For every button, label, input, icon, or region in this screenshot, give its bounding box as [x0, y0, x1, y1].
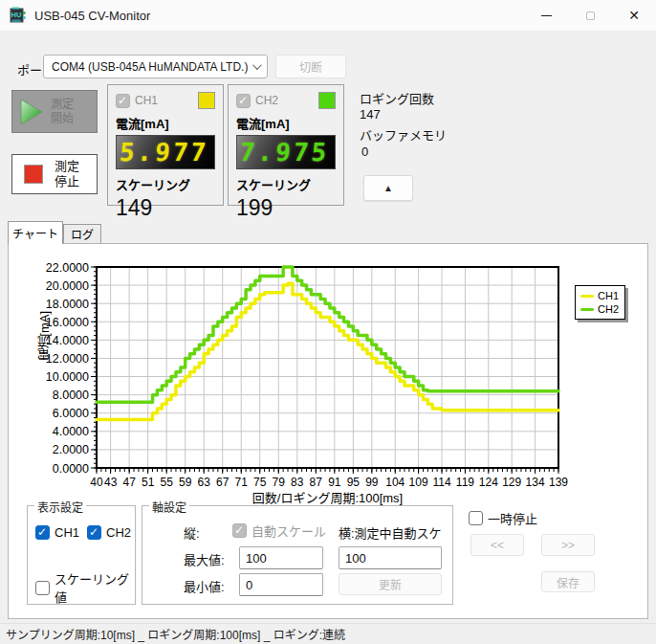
line-chart: 0.00002.00004.00006.00008.000010.000012.… — [30, 252, 580, 508]
close-icon: ✕ — [628, 9, 640, 22]
ch2-value: 7.975 — [238, 136, 330, 168]
display-ch2-checkbox[interactable]: CH2 — [87, 525, 131, 540]
x-range-input[interactable] — [339, 546, 442, 569]
svg-text:109: 109 — [409, 476, 428, 489]
svg-text:51: 51 — [142, 476, 155, 489]
svg-text:20.0000: 20.0000 — [46, 279, 89, 293]
svg-text:55: 55 — [161, 476, 174, 489]
ch2-seven-segment-display: 7.975 — [236, 135, 336, 169]
ch1-scaling-label: スケーリング — [116, 175, 215, 193]
svg-text:124: 124 — [479, 476, 498, 489]
ch1-name: CH1 — [135, 94, 198, 107]
svg-text:2.0000: 2.0000 — [53, 443, 89, 456]
svg-text:139: 139 — [549, 476, 568, 489]
display-ch1-checkbox[interactable]: CH1 — [35, 525, 79, 540]
pause-checkbox[interactable]: 一時停止 — [469, 509, 537, 527]
ch2-scaling-label: スケーリング — [236, 175, 336, 193]
svg-text:67: 67 — [216, 476, 230, 489]
stop-label-line1: 測定 — [55, 159, 79, 173]
minimize-icon — [541, 15, 552, 16]
ch1-check-icon — [35, 525, 50, 540]
legend-label: CH2 — [598, 303, 619, 315]
chart-legend: CH1CH2 — [575, 285, 625, 320]
scroll-forward-button[interactable]: >> — [541, 534, 595, 556]
svg-text:95: 95 — [347, 476, 361, 489]
tab-log[interactable]: ログ — [63, 224, 101, 244]
play-icon — [20, 99, 43, 125]
svg-text:43: 43 — [104, 476, 118, 489]
ch2-unit-label: 電流[mA] — [236, 114, 336, 132]
stop-measure-button[interactable]: 測定停止 — [11, 154, 98, 194]
ch1-color-swatch — [198, 92, 215, 109]
y-axis-label: 電流[mA] — [35, 311, 54, 362]
disconnect-button[interactable]: 切断 — [275, 55, 346, 78]
legend-line-icon — [580, 295, 594, 298]
ch1-unit-label: 電流[mA] — [116, 114, 215, 132]
svg-text:18.0000: 18.0000 — [46, 298, 89, 311]
svg-text:47: 47 — [122, 476, 136, 489]
svg-text:59: 59 — [179, 476, 192, 489]
maximize-icon — [586, 11, 595, 20]
start-measure-button[interactable]: 測定開始 — [11, 90, 98, 133]
svg-text:22.0000: 22.0000 — [46, 261, 89, 275]
svg-text:87: 87 — [310, 476, 323, 489]
stop-icon — [24, 165, 43, 184]
app-icon: HU — [9, 7, 26, 24]
display-settings-group: 表示設定 CH1 CH2 スケーリング値 — [27, 505, 136, 605]
svg-text:83: 83 — [291, 476, 304, 489]
max-value-input[interactable] — [239, 546, 323, 569]
ch1-enable-checkbox[interactable] — [116, 94, 130, 108]
max-value-label: 最大値: — [184, 550, 225, 568]
autoscale-checkbox[interactable]: 自動スケール — [232, 522, 326, 540]
scaling-check-icon — [35, 581, 50, 595]
display-scaling-checkbox[interactable]: スケーリング値 — [35, 569, 135, 606]
statusbar-text: サンプリング周期:10[ms] _ ロギング周期:100[ms] _ ロギング:… — [6, 626, 345, 642]
buffer-memory-value: 0 — [361, 144, 368, 159]
logging-count-value: 147 — [360, 107, 381, 122]
svg-text:6.0000: 6.0000 — [53, 407, 89, 420]
maximize-button[interactable] — [568, 0, 612, 31]
axis-settings-title: 軸設定 — [149, 499, 189, 515]
close-button[interactable]: ✕ — [612, 0, 656, 31]
chevron-down-icon — [252, 60, 262, 70]
display-settings-title: 表示設定 — [34, 499, 86, 515]
svg-text:129: 129 — [502, 476, 521, 489]
save-button[interactable]: 保存 — [541, 571, 595, 592]
svg-text:104: 104 — [385, 476, 405, 489]
svg-text:79: 79 — [273, 476, 286, 489]
legend-label: CH1 — [598, 290, 619, 301]
legend-line-icon — [580, 308, 594, 311]
update-button[interactable]: 更新 — [339, 573, 442, 595]
svg-text:134: 134 — [526, 476, 545, 489]
buffer-memory-label: バッファメモリ — [360, 125, 447, 144]
ch2-enable-checkbox[interactable] — [236, 94, 251, 108]
logging-count-label: ロギング回数 — [360, 89, 434, 107]
port-combobox[interactable]: COM4 (USB-045A HuMANDATA LTD.) — [43, 55, 268, 78]
collapse-panel-button[interactable]: ▲ — [363, 175, 413, 201]
svg-text:71: 71 — [235, 476, 249, 489]
window-title: USB-045 CV-Monitor — [34, 9, 150, 23]
statusbar: サンプリング周期:10[ms] _ ロギング周期:100[ms] _ ロギング:… — [0, 623, 656, 644]
svg-text:114: 114 — [432, 476, 450, 489]
channel-panel-ch2: CH2 電流[mA] 7.975 スケーリング 199 — [228, 84, 344, 206]
tab-chart[interactable]: チャート — [8, 221, 63, 244]
start-label-line2: 開始 — [51, 112, 74, 125]
min-value-input[interactable] — [239, 573, 323, 596]
stop-label-line2: 停止 — [55, 174, 79, 189]
svg-text:4.0000: 4.0000 — [53, 425, 89, 438]
svg-text:99: 99 — [365, 476, 379, 489]
ch2-color-swatch — [318, 92, 336, 109]
channel-panel-ch1: CH1 電流[mA] 5.977 スケーリング 149 — [107, 84, 224, 206]
svg-text:回数/ロギング周期:100[ms]: 回数/ロギング周期:100[ms] — [252, 491, 403, 505]
min-value-label: 最小値: — [184, 577, 225, 595]
vertical-axis-label: 縦: — [184, 523, 200, 542]
autoscale-check-icon — [232, 523, 247, 538]
svg-text:75: 75 — [253, 476, 267, 489]
axis-settings-group: 軸設定 縦: 自動スケール 横:測定中自動スケール 最大値: 最小値: 更新 — [142, 505, 453, 605]
svg-text:63: 63 — [198, 476, 211, 489]
titlebar: HU USB-045 CV-Monitor ✕ — [0, 0, 656, 31]
svg-text:8.0000: 8.0000 — [53, 389, 89, 402]
scroll-back-button[interactable]: << — [470, 534, 524, 556]
minimize-button[interactable] — [524, 0, 568, 31]
port-combobox-value: COM4 (USB-045A HuMANDATA LTD.) — [52, 60, 252, 74]
